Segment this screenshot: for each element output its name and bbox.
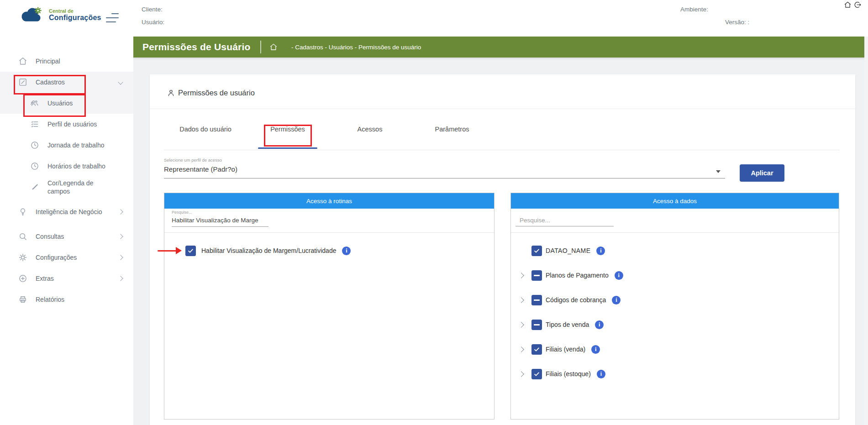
tab-dados-do-usuario[interactable]: Dados do usuário	[164, 109, 247, 150]
info-icon[interactable]	[612, 296, 621, 304]
lightbulb-icon	[18, 207, 27, 216]
sidebar-item-cor-legenda-de-campos[interactable]: Cor/Legenda de campos	[0, 177, 133, 198]
sidebar-toggle-icon[interactable]	[106, 13, 119, 22]
gear-part	[35, 8, 41, 14]
card-title: Permissões de usuário	[178, 89, 255, 97]
sidebar-item-label: Inteligência de Negócio	[36, 208, 102, 216]
expand-chevron-icon[interactable]	[518, 346, 524, 352]
tab-permissoes[interactable]: Permissões	[247, 109, 329, 150]
tab-label: Permissões	[270, 126, 305, 133]
app-window: Central de Configurações Cliente: Usuári…	[0, 0, 868, 425]
logo-line2: Configurações	[49, 14, 101, 22]
sidebar-item-label: Jornada de trabalho	[47, 141, 105, 149]
data-list: DATAO_NAME Planos de Pagamento Códigos d…	[511, 233, 839, 386]
sidebar-item-usuarios[interactable]: Usuários	[0, 93, 133, 114]
tabs-divider	[164, 150, 840, 150]
tab-label: Parâmetros	[435, 126, 469, 133]
apply-button[interactable]: Aplicar	[740, 164, 784, 182]
page-title: Permissões de Usuário	[142, 42, 250, 52]
routines-search-input[interactable]: Habilitar Visualização de Marge	[172, 217, 268, 227]
info-icon[interactable]	[615, 271, 623, 280]
sidebar-item-perfil-de-usuarios[interactable]: Perfil de usuários	[0, 114, 133, 135]
sidebar-item-consultas[interactable]: Consultas	[0, 226, 133, 247]
data-panel-title: Acesso à dados	[511, 193, 839, 209]
chevron-right-icon	[118, 234, 123, 239]
logo-line1: Central de	[49, 8, 101, 14]
users-icon	[30, 99, 39, 108]
data-row-tipos-de-venda: Tipos de venda	[511, 312, 839, 337]
expand-chevron-icon[interactable]	[518, 322, 524, 328]
page-scrollbar[interactable]	[864, 37, 868, 425]
info-icon[interactable]	[342, 247, 351, 255]
tab-label: Acessos	[358, 126, 383, 133]
printer-icon	[18, 295, 27, 304]
title-divider	[260, 41, 261, 53]
tab-acessos[interactable]: Acessos	[329, 109, 411, 150]
data-row-label: Planos de Pagamento	[546, 272, 609, 279]
data-search-input[interactable]: Pesquise...	[516, 217, 614, 226]
info-icon[interactable]	[591, 345, 600, 354]
data-row-filiais-venda: Filiais (venda)	[511, 337, 839, 362]
sidebar-item-horarios-de-trabalho[interactable]: Horários de trabalho	[0, 156, 133, 177]
sidebar-item-configuracoes[interactable]: Configurações	[0, 247, 133, 268]
checkbox-indeterminate[interactable]	[531, 320, 542, 330]
routine-label: Habilitar Visualização de Margem/Lucrati…	[201, 247, 336, 254]
data-search-zone: Pesquise...	[511, 209, 839, 233]
sidebar-item-inteligencia-de-negocio[interactable]: Inteligência de Negócio	[0, 198, 133, 226]
sidebar-item-label: Cor/Legenda de campos	[47, 179, 116, 195]
checkbox-checked[interactable]	[531, 369, 542, 379]
home-icon[interactable]	[844, 1, 852, 9]
profile-select[interactable]: Representante (Padr?o)	[164, 165, 725, 178]
gear-icon	[18, 253, 27, 262]
data-row-label: Filiais (venda)	[546, 346, 585, 353]
sidebar-item-label: Principal	[36, 57, 60, 65]
expand-chevron-icon[interactable]	[518, 273, 524, 278]
sidebar-item-extras[interactable]: Extras	[0, 268, 133, 289]
checkbox-checked[interactable]	[531, 344, 542, 355]
chevron-right-icon	[118, 255, 123, 260]
checkbox-checked[interactable]	[531, 246, 542, 256]
routine-row: Habilitar Visualização de Margem/Lucrati…	[164, 238, 494, 263]
data-row-label: Tipos de venda	[546, 321, 589, 328]
routines-panel: Acesso à rotinas Pesquise... Habilitar V…	[164, 193, 494, 420]
tab-parametros[interactable]: Parâmetros	[411, 109, 493, 150]
edit-icon	[18, 78, 27, 87]
environment-label: Ambiente:	[680, 6, 708, 13]
breadcrumb: - Cadastros - Usuários - Permissões de u…	[291, 44, 421, 51]
routines-panel-title: Acesso à rotinas	[164, 193, 494, 209]
checkbox-indeterminate[interactable]	[531, 270, 542, 281]
plus-circle-icon	[18, 274, 27, 283]
dropdown-arrow-icon[interactable]	[716, 170, 721, 173]
chevron-down-icon	[118, 79, 123, 84]
user-label: Usuário:	[142, 19, 164, 26]
app-logo[interactable]: Central de Configurações	[21, 6, 101, 24]
profile-select-label: Selecione um perfil de acesso	[164, 157, 222, 163]
tab-label: Dados do usuário	[179, 126, 231, 133]
profile-select-value: Representante (Padr?o)	[164, 165, 237, 173]
expand-chevron-icon[interactable]	[518, 371, 524, 377]
checkbox-indeterminate[interactable]	[531, 295, 542, 305]
sidebar-item-label: Extras	[36, 274, 54, 283]
data-row-datao-name: DATAO_NAME	[511, 238, 839, 263]
cloud-gear-logo-icon	[21, 6, 44, 24]
data-row-label: Filiais (estoque)	[546, 370, 591, 378]
info-icon[interactable]	[596, 247, 605, 255]
sidebar-item-jornada-de-trabalho[interactable]: Jornada de trabalho	[0, 135, 133, 156]
info-icon[interactable]	[597, 370, 605, 378]
top-header: Central de Configurações Cliente: Usuári…	[0, 0, 868, 36]
sidebar-item-principal[interactable]: Principal	[0, 51, 133, 72]
sidebar-item-label: Usuários	[47, 99, 73, 107]
breadcrumb-home-icon[interactable]	[269, 43, 278, 51]
sidebar-item-relatorios[interactable]: Relatórios	[0, 289, 133, 310]
data-row-filiais-estoque: Filiais (estoque)	[511, 362, 839, 386]
sidebar-item-label: Relatórios	[36, 295, 64, 304]
data-row-label: DATAO_NAME	[546, 247, 590, 254]
info-icon[interactable]	[595, 320, 604, 329]
expand-chevron-icon[interactable]	[518, 297, 524, 303]
chevron-right-icon	[118, 209, 123, 214]
sidebar-item-label: Horários de trabalho	[47, 162, 105, 170]
checkbox-checked[interactable]	[185, 246, 196, 256]
card-header: Permissões de usuário	[150, 74, 855, 109]
logout-icon[interactable]	[854, 1, 862, 9]
sidebar-item-cadastros[interactable]: Cadastros	[0, 72, 133, 93]
